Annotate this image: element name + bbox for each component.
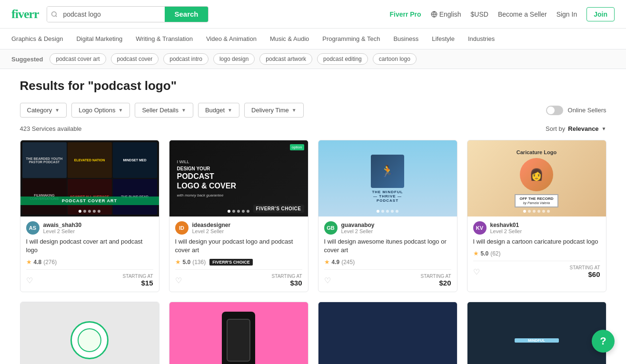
nav-item-music---audio[interactable]: Music & Audio [270,33,309,44]
suggested-tag-podcast-intro[interactable]: podcast intro [163,53,209,65]
nav-item-business[interactable]: Business [393,33,418,44]
logo[interactable]: fiverr [11,7,39,21]
carousel-dot [377,210,379,213]
carousel-dot [98,210,100,213]
suggested-tag-podcast-cover-art[interactable]: podcast cover art [50,53,106,65]
carousel-dots [377,210,398,213]
filter-seller-details[interactable]: Seller Details▼ [135,103,193,118]
card-image: THE BEARDED YOUTH PASTOR PODCAST ELEVATE… [20,140,159,216]
card-rating: ★ 4.9 (245) [324,258,451,266]
suggested-tag-podcast-editing[interactable]: podcast editing [317,53,368,65]
card-bottom-1[interactable] [20,302,159,364]
filter-logo-options[interactable]: Logo Options▼ [71,103,130,118]
nav-item-programming---tech[interactable]: Programming & Tech [322,33,380,44]
card-bottom-4[interactable]: MINDFUL [467,302,606,364]
suggested-tag-podcast-artwork[interactable]: podcast artwork [259,53,312,65]
nav-item-graphics---design[interactable]: Graphics & Design [11,33,63,44]
chevron-down-icon: ▼ [228,108,232,113]
rating-score: 4.8 [34,259,42,266]
suggested-tag-cartoon-logo[interactable]: cartoon logo [373,53,417,65]
nav-item-writing---translation[interactable]: Writing & Translation [136,33,193,44]
become-seller-link[interactable]: Become a Seller [498,10,547,18]
rating-score: 4.9 [332,259,340,266]
search-button[interactable]: Search [165,7,208,22]
starting-at-label: STARTING AT [421,274,451,279]
favorite-button[interactable]: ♡ [175,276,182,285]
join-button[interactable]: Join [586,7,615,21]
favorite-button[interactable]: ♡ [26,276,33,285]
star-icon: ★ [324,258,330,266]
online-sellers-toggle[interactable] [546,106,563,115]
nav-item-industries[interactable]: Industries [468,33,495,44]
star-icon: ★ [175,258,181,266]
card-bottom-2[interactable] [169,302,308,364]
card-rating: ★ 5.0 (136) FIVERR'S CHOICE [175,258,302,266]
card-1[interactable]: THE BEARDED YOUTH PASTOR PODCAST ELEVATE… [20,140,159,292]
sort-dropdown[interactable]: Relevance [568,125,598,132]
language-label: English [439,10,461,18]
starting-at-label: STARTING AT [123,274,153,279]
card-title: I will design podcast cover art and podc… [26,237,153,255]
main-nav: Graphics & DesignDigital MarketingWritin… [0,29,626,49]
help-bubble[interactable]: ? [592,330,615,353]
currency-link[interactable]: $USD [471,10,488,18]
card-image: 🏃 THE MINDFUL— THRIVE —PODCAST [318,140,457,216]
filter-budget[interactable]: Budget▼ [198,103,239,118]
carousel-dot [533,210,536,213]
search-bar: Search [47,6,209,22]
sort-chevron-icon: ▼ [602,126,606,131]
card-seller: ID ideasdesigner Level 2 Seller [175,221,302,235]
seller-name: awais_shah30 [43,222,82,228]
seller-name: ideasdesigner [192,222,231,228]
header-right: Fiverr Pro English $USD Become a Seller … [389,7,615,21]
card-body: GB guavanaboy Level 2 Seller I will desi… [318,216,457,292]
svg-line-1 [55,15,57,17]
chevron-down-icon: ▼ [292,108,297,113]
carousel-dot [247,210,249,213]
suggested-tag-logo-design[interactable]: logo design [213,53,255,65]
fiverrs-choice-badge: FIVERR'S CHOICE [253,205,304,213]
results-title: Results for "podcast logo" [20,79,606,93]
card-3[interactable]: 🏃 THE MINDFUL— THRIVE —PODCAST GB guavan… [318,140,457,292]
rating-count: (245) [341,259,355,266]
card-bottom-3[interactable] [318,302,457,364]
favorite-button[interactable]: ♡ [473,267,480,276]
carousel-dot [232,210,235,213]
card-4[interactable]: Caricature Logo 👩 OFF THE RECORDby Pamel… [467,140,606,292]
cards-grid-bottom: MINDFUL [20,302,606,364]
carousel-dots [79,210,100,213]
suggested-tag-podcast-cover[interactable]: podcast cover [111,53,159,65]
filter-category[interactable]: Category▼ [20,103,67,118]
sign-in-link[interactable]: Sign In [556,10,577,18]
carousel-dot [83,210,86,213]
nav-item-lifestyle[interactable]: Lifestyle [432,33,455,44]
filter-delivery-time[interactable]: Delivery Time▼ [244,103,304,118]
rating-count: (276) [43,259,57,266]
fiverr-pro-link[interactable]: Fiverr Pro [389,10,421,18]
star-icon: ★ [26,258,32,266]
price: $30 [290,279,302,287]
search-input[interactable] [61,7,165,22]
chevron-down-icon: ▼ [181,108,186,113]
nav-item-digital-marketing[interactable]: Digital Marketing [76,33,122,44]
card-body: ID ideasdesigner Level 2 Seller I will d… [169,216,308,292]
carousel-dot [381,210,384,213]
card-body: AS awais_shah30 Level 2 Seller I will de… [20,216,159,292]
language-selector[interactable]: English [431,10,461,18]
services-count: 423 Services available [20,125,82,132]
nav-item-video---animation[interactable]: Video & Animation [206,33,257,44]
carousel-dot [547,210,550,213]
seller-info: awais_shah30 Level 2 Seller [43,222,82,234]
seller-info: keshavk01 Level 2 Seller [490,222,522,234]
card-footer: ♡ STARTING AT $15 [26,269,153,287]
card-footer: ♡ STARTING AT $60 [473,261,600,278]
svg-point-0 [51,11,56,16]
card-footer: ♡ STARTING AT $20 [324,269,451,287]
seller-level: Level 2 Seller [192,228,231,234]
toggle-knob [547,107,555,114]
card-2[interactable]: I WILL DESIGN YOURPODCASTLOGO & COVER wi… [169,140,308,292]
filters-bar: Category▼Logo Options▼Seller Details▼Bud… [20,103,606,118]
seller-name: guavanaboy [341,222,375,228]
favorite-button[interactable]: ♡ [324,276,331,285]
filter-label-delivery-time: Delivery Time [251,107,289,114]
